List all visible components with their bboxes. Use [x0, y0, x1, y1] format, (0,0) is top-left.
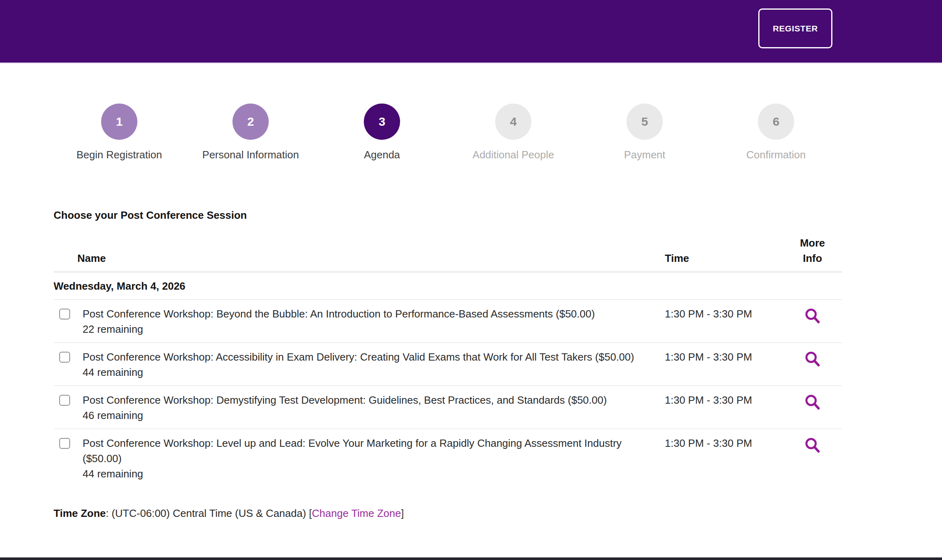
timezone-label: Time Zone [54, 507, 106, 519]
session-time: 1:30 PM - 3:30 PM [665, 436, 783, 451]
step-circle-1: 1 [101, 104, 137, 140]
session-name-cell: Post Conference Workshop: Demystifying T… [54, 392, 665, 423]
session-more-info-cell [783, 306, 842, 327]
step-circle-2: 2 [232, 104, 269, 140]
registration-stepper: 1 Begin Registration 2 Personal Informat… [54, 104, 842, 162]
column-header-more-info: More Info [783, 235, 842, 266]
session-more-info-cell [783, 436, 842, 456]
column-header-time: Time [665, 251, 783, 266]
session-title: Post Conference Workshop: Level up and L… [83, 436, 653, 466]
step-circle-6: 6 [758, 104, 794, 140]
session-checkbox[interactable] [59, 438, 70, 449]
timezone-bracket-open: [ [309, 507, 312, 519]
search-icon [804, 437, 822, 454]
step-payment: 5 Payment [579, 104, 710, 162]
search-icon [804, 351, 822, 368]
main-content: 1 Begin Registration 2 Personal Informat… [54, 104, 842, 520]
session-title: Post Conference Workshop: Demystifying T… [83, 392, 607, 408]
sessions-table-header: Name Time More Info [54, 235, 842, 272]
change-timezone-link[interactable]: Change Time Zone [312, 507, 401, 519]
step-confirmation: 6 Confirmation [710, 104, 842, 162]
session-name: Post Conference Workshop: Level up and L… [83, 436, 665, 481]
session-remaining: 22 remaining [83, 321, 595, 337]
session-time: 1:30 PM - 3:30 PM [665, 349, 783, 365]
session-title: Post Conference Workshop: Accessibility … [83, 349, 634, 365]
session-more-info-cell [783, 392, 842, 413]
session-more-info-cell [783, 349, 842, 370]
step-label-6: Confirmation [728, 148, 824, 162]
session-checkbox[interactable] [59, 309, 70, 319]
step-personal-information: 2 Personal Information [185, 104, 316, 162]
search-icon [804, 394, 822, 411]
session-name-cell: Post Conference Workshop: Accessibility … [54, 349, 665, 380]
step-label-4: Additional People [465, 148, 562, 162]
session-time: 1:30 PM - 3:30 PM [665, 306, 783, 321]
header-bar: REGISTER [0, 0, 942, 63]
session-row: Post Conference Workshop: Demystifying T… [54, 386, 842, 429]
session-remaining: 44 remaining [83, 466, 653, 481]
search-icon [804, 307, 822, 325]
step-label-5: Payment [596, 148, 693, 162]
more-info-button[interactable] [804, 394, 822, 413]
session-name-cell: Post Conference Workshop: Level up and L… [54, 436, 665, 481]
step-circle-5: 5 [627, 104, 663, 140]
step-circle-4: 4 [495, 104, 531, 140]
session-checkbox[interactable] [59, 352, 70, 363]
date-group-header: Wednesday, March 4, 2026 [54, 272, 842, 300]
step-begin-registration: 1 Begin Registration [54, 104, 185, 162]
step-label-3: Agenda [334, 148, 430, 162]
session-checkbox[interactable] [59, 395, 70, 406]
column-header-more-info-text: More Info [795, 235, 830, 266]
more-info-button[interactable] [804, 437, 822, 456]
timezone-line: Time Zone: (UTC-06:00) Central Time (US … [54, 507, 842, 520]
column-header-name: Name [54, 251, 665, 266]
session-remaining: 44 remaining [83, 365, 634, 380]
timezone-bracket-close: ] [401, 507, 404, 519]
session-row: Post Conference Workshop: Accessibility … [54, 343, 842, 386]
step-agenda: 3 Agenda [316, 104, 448, 162]
step-circle-3: 3 [364, 104, 400, 140]
section-title: Choose your Post Conference Session [54, 209, 842, 222]
step-additional-people: 4 Additional People [448, 104, 579, 162]
session-row: Post Conference Workshop: Level up and L… [54, 429, 842, 487]
session-name: Post Conference Workshop: Beyond the Bub… [83, 306, 607, 337]
more-info-button[interactable] [804, 351, 822, 369]
timezone-value: : (UTC-06:00) Central Time (US & Canada) [106, 507, 309, 519]
session-remaining: 46 remaining [83, 408, 607, 423]
session-title: Post Conference Workshop: Beyond the Bub… [83, 306, 595, 321]
session-name: Post Conference Workshop: Accessibility … [83, 349, 646, 380]
session-name-cell: Post Conference Workshop: Beyond the Bub… [54, 306, 665, 337]
session-row: Post Conference Workshop: Beyond the Bub… [54, 300, 842, 343]
step-label-2: Personal Information [202, 148, 299, 162]
session-name: Post Conference Workshop: Demystifying T… [83, 392, 619, 423]
register-button[interactable]: REGISTER [758, 8, 832, 48]
more-info-button[interactable] [804, 307, 822, 326]
session-time: 1:30 PM - 3:30 PM [665, 392, 783, 408]
step-label-1: Begin Registration [71, 148, 168, 162]
footer-edge-bar [0, 557, 942, 560]
